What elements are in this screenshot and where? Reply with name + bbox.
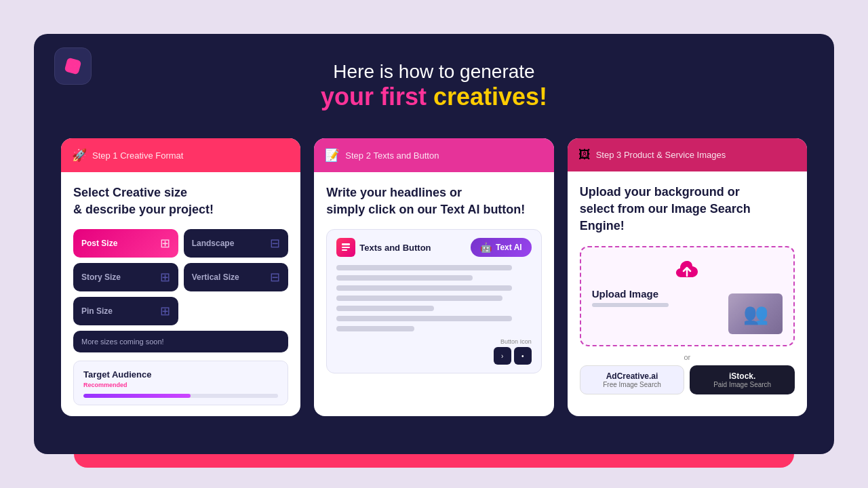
step2-title: Write your headlines orsimply click on o… — [326, 184, 541, 218]
upload-image-inner: 👥 — [728, 293, 783, 334]
app-logo-icon — [61, 54, 85, 78]
page-header: Here is how to generate your first creat… — [61, 54, 807, 131]
svg-rect-2 — [342, 247, 350, 248]
target-bar-fill — [83, 394, 191, 398]
text-ai-button[interactable]: 🤖 Text AI — [471, 238, 532, 257]
btn-icon-arrow[interactable]: › — [494, 347, 511, 365]
button-icon-row: Button Icon › • — [336, 338, 531, 365]
text-ai-icon: 🤖 — [480, 242, 492, 253]
size-grid: Post Size ⊞ Landscape ⊟ Story Size ⊞ Ver… — [73, 229, 288, 352]
target-audience-bar — [83, 394, 278, 398]
pin-size-label: Pin Size — [81, 306, 113, 316]
header-line2: your first creatives! — [61, 83, 807, 111]
svg-rect-3 — [342, 249, 347, 251]
upload-image-placeholder: 👥 — [728, 293, 783, 334]
texts-button-label: Texts and Button — [336, 238, 431, 257]
preview-text-lines — [336, 265, 531, 331]
logo-area — [54, 47, 92, 85]
header-your: your — [321, 83, 374, 110]
istock-button[interactable]: iStock. Paid Image Search — [690, 365, 795, 394]
step1-card: 🚀 Step 1 Creative Format Select Creative… — [61, 138, 300, 416]
text-step-icon: 📝 — [325, 148, 340, 163]
landscape-size-button[interactable]: Landscape ⊟ — [184, 229, 289, 258]
adcreative-sub: Free Image Search — [587, 381, 677, 388]
svg-rect-1 — [342, 243, 350, 245]
step2-header: 📝 Step 2 Texts and Button — [314, 138, 553, 172]
texts-btn-icon — [336, 238, 355, 257]
target-audience-title: Target Audience — [83, 369, 151, 380]
upload-content-row: Upload Image 👥 — [592, 288, 783, 334]
preview-header-row: Texts and Button 🤖 Text AI — [336, 238, 531, 257]
image-search-row: AdCreative.ai Free Image Search iStock. … — [580, 365, 795, 394]
text-ai-btn-label: Text AI — [496, 243, 522, 252]
step3-header: 🖼 Step 3 Product & Service Images — [568, 138, 807, 171]
vertical-size-button[interactable]: Vertical Size ⊟ — [184, 263, 289, 291]
vertical-size-label: Vertical Size — [192, 272, 239, 282]
upload-subtitle-bar — [592, 303, 669, 307]
upload-cloud-icon — [592, 258, 783, 288]
post-size-button[interactable]: Post Size ⊞ — [73, 229, 178, 258]
landscape-size-label: Landscape — [192, 239, 235, 248]
preview-line-3 — [336, 285, 512, 291]
preview-line-1 — [336, 265, 512, 270]
step1-title: Select Creative size& describe your proj… — [73, 184, 288, 218]
pin-size-button[interactable]: Pin Size ⊞ — [73, 297, 178, 325]
step3-card: 🖼 Step 3 Product & Service Images Upload… — [568, 138, 807, 416]
preview-line-6 — [336, 316, 512, 321]
post-size-label: Post Size — [81, 239, 117, 248]
target-recommended-label: Recommended — [83, 382, 278, 388]
story-size-label: Story Size — [81, 272, 121, 282]
button-icon-preview: Button Icon › • — [494, 338, 532, 365]
vertical-size-icon: ⊟ — [270, 270, 280, 285]
story-size-icon: ⊞ — [160, 270, 170, 285]
header-first: first — [380, 83, 427, 110]
image-step-icon: 🖼 — [578, 148, 591, 162]
btn-icon-dot[interactable]: • — [514, 347, 532, 365]
steps-grid: 🚀 Step 1 Creative Format Select Creative… — [61, 138, 807, 416]
istock-sub: Paid Image Search — [696, 381, 788, 388]
step3-title: Upload your background orselect from our… — [580, 184, 795, 235]
header-creatives: creatives! — [433, 83, 547, 110]
preview-line-7 — [336, 326, 414, 331]
step2-label: Step 2 Texts and Button — [345, 150, 439, 161]
step2-body: Write your headlines orsimply click on o… — [314, 172, 553, 384]
header-line1: Here is how to generate — [61, 61, 807, 83]
upload-text-side: Upload Image — [592, 288, 720, 307]
adcreative-title: AdCreative.ai — [587, 371, 677, 381]
landscape-size-icon: ⊟ — [270, 236, 280, 251]
step2-card: 📝 Step 2 Texts and Button Write your hea… — [314, 138, 553, 416]
btn-icon-options: › • — [494, 347, 532, 365]
adcreative-button[interactable]: AdCreative.ai Free Image Search — [580, 365, 685, 394]
upload-title: Upload Image — [592, 288, 658, 300]
svg-rect-0 — [64, 58, 82, 75]
more-sizes-box: More sizes coming soon! — [73, 331, 288, 352]
pin-size-icon: ⊞ — [160, 304, 170, 319]
preview-line-4 — [336, 296, 502, 301]
step1-header: 🚀 Step 1 Creative Format — [61, 138, 300, 172]
texts-btn-text: Texts and Button — [359, 243, 431, 253]
or-divider: or — [580, 353, 795, 361]
preview-line-2 — [336, 275, 473, 281]
texts-preview-box: Texts and Button 🤖 Text AI — [326, 229, 541, 373]
preview-line-5 — [336, 306, 434, 311]
post-size-icon: ⊞ — [160, 236, 170, 251]
step1-label: Step 1 Creative Format — [92, 150, 183, 161]
main-container: Here is how to generate your first creat… — [34, 34, 834, 454]
upload-area[interactable]: Upload Image 👥 — [580, 246, 795, 346]
target-audience-box: Target Audience Recommended — [73, 361, 288, 405]
rocket-icon: 🚀 — [72, 148, 87, 163]
button-icon-label: Button Icon — [500, 338, 532, 345]
step1-body: Select Creative size& describe your proj… — [61, 172, 300, 416]
story-size-button[interactable]: Story Size ⊞ — [73, 263, 178, 291]
logo-box — [54, 47, 92, 85]
step3-body: Upload your background orselect from our… — [568, 171, 807, 405]
step3-label: Step 3 Product & Service Images — [596, 150, 726, 160]
people-silhouette-icon: 👥 — [743, 302, 768, 325]
more-sizes-text: More sizes coming soon! — [81, 338, 164, 346]
istock-title: iStock. — [696, 371, 788, 381]
